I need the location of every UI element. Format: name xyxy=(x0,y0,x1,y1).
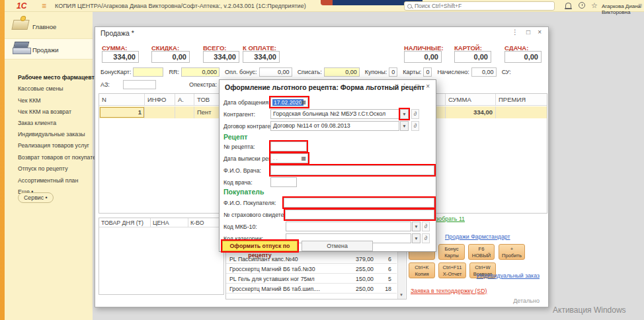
sidebar-item-glavnoe[interactable]: Главное xyxy=(5,16,93,37)
window-close-icon[interactable]: × xyxy=(538,28,542,36)
sidebar-item-prodazhi[interactable]: Продажи xyxy=(5,38,93,60)
summary-value-kartoy[interactable]: 0,00 xyxy=(454,51,491,63)
button-line: Ctrl+F11 xyxy=(439,264,465,271)
modal-more-icon[interactable]: ⋮ xyxy=(401,83,408,90)
kontragent-dropdown-icon[interactable]: ▼ xyxy=(400,109,409,119)
category-dropdown-icon[interactable]: ▼ xyxy=(412,233,421,243)
col-n[interactable]: N xyxy=(99,94,145,106)
modal-title: Оформление льготного рецепта: Форма льго… xyxy=(225,83,424,91)
col-premiya[interactable]: ПРЕМИЯ xyxy=(496,94,546,106)
field-label: Начислено: xyxy=(437,69,469,75)
summary-value-k-oplate: 334,00 xyxy=(243,51,280,63)
kupony-input[interactable]: 0 xyxy=(389,67,397,77)
mkb10-input[interactable] xyxy=(286,221,411,231)
category-open-icon[interactable]: ∂ xyxy=(422,233,430,243)
karty-input[interactable]: 0 xyxy=(423,67,432,77)
sidebar-item-label: Продажи xyxy=(32,46,59,54)
menu-item-kassovye-smeny[interactable]: Кассовые смены xyxy=(18,85,63,92)
scroll-down-icon[interactable]: ▼ xyxy=(397,291,405,299)
global-search[interactable] xyxy=(404,1,555,11)
cell-a[interactable] xyxy=(175,106,194,118)
farmstandart-link[interactable]: Продажи Фармстандарт xyxy=(445,233,510,240)
insurance-number-input[interactable] xyxy=(285,210,434,220)
window-maximize-icon[interactable]: □ xyxy=(526,28,530,36)
product-name: PL Пассиплант капс.№40 xyxy=(229,256,329,262)
menu-item-assortimentny-plan[interactable]: Ассортиментный план xyxy=(18,177,78,184)
dogovor-open-icon[interactable]: ∂ xyxy=(411,121,419,131)
buyer-name-input[interactable] xyxy=(284,198,434,208)
kopiya-button[interactable]: Ctrl+K Копия xyxy=(409,262,435,278)
product-name: Гроссхертц Магний В6 таб.№30 xyxy=(229,266,329,272)
window-more-icon[interactable]: ⋮ xyxy=(512,28,518,36)
kontragent-input[interactable]: Городская больница №2 МБУЗ г.Ст.Оскол xyxy=(270,109,399,119)
button-line: Карты xyxy=(439,253,464,259)
menu-item-vozvrat-tovarov[interactable]: Возврат товаров от покупателя xyxy=(18,154,102,161)
cell-n[interactable]: 1 xyxy=(99,106,145,118)
cell-premiya[interactable] xyxy=(496,106,546,118)
button-line: F6 xyxy=(469,246,494,253)
button-line: Копия xyxy=(409,271,434,278)
main-menu-icon[interactable]: ≡ xyxy=(42,1,46,11)
menu-item-individualnye-zakazy[interactable]: Индивидуальные заказы xyxy=(18,131,85,138)
f6-novyj-button[interactable]: F6 НОВЫЙ xyxy=(468,244,495,260)
az-input[interactable] xyxy=(123,80,156,89)
search-input[interactable] xyxy=(415,3,540,9)
menu-item-realizaciya[interactable]: Реализация товаров услуг xyxy=(18,142,89,149)
user-menu-icon[interactable]: ≡ xyxy=(638,1,642,9)
individual-order-link[interactable]: Индивидуальный заказ xyxy=(477,272,540,279)
recept-no-input[interactable] xyxy=(270,141,307,151)
doctor-code-input[interactable] xyxy=(270,177,297,187)
col-info[interactable]: ИНФО xyxy=(145,94,175,106)
col-a[interactable]: А. xyxy=(175,94,194,106)
product-price: 379,00 xyxy=(356,256,374,262)
menu-item-rabochee-mesto[interactable]: Рабочее место фармацевта xyxy=(18,74,98,81)
service-button[interactable]: Сервис • xyxy=(18,192,54,203)
favorites-icon[interactable]: ☆ xyxy=(591,1,598,9)
detail-label[interactable]: Детально xyxy=(513,298,540,304)
cancel-button[interactable]: Отмена xyxy=(302,241,373,251)
mkb10-dropdown-icon[interactable]: ▼ xyxy=(412,221,421,231)
product-qty: 5 xyxy=(388,276,391,282)
field-label: Опл. бонус: xyxy=(225,69,257,75)
recept-section-header: Рецепт xyxy=(223,133,247,141)
spisat-input[interactable]: 0,00 xyxy=(324,67,360,77)
rr-input[interactable]: 0,000 xyxy=(181,67,220,77)
list-item[interactable]: Гроссхертц Магний В6 таб.шип.... 250,00 … xyxy=(226,284,397,294)
summary-value-summa: 334,00 xyxy=(102,51,139,63)
support-link[interactable]: Заявка в техподдержку (SD) xyxy=(411,288,487,294)
x-otchet-button[interactable]: Ctrl+F11 X-Отчет xyxy=(438,262,466,278)
menu-item-chek-kkm-vozvrat[interactable]: Чек ККМ на возврат xyxy=(18,108,71,115)
list-item[interactable]: Гроссхертц Магний В6 таб.№30 255,00 6 xyxy=(226,264,397,274)
kontragent-open-icon[interactable]: ∂ xyxy=(411,109,419,119)
table-header-row: ТОВАР ДНЯ (Т) ЦЕНА К-ВО xyxy=(99,218,223,227)
bonuscard-input[interactable] xyxy=(133,67,163,77)
cell-summa[interactable]: 334,00 xyxy=(446,106,496,118)
sidebar: Главное Продажи Рабочее место фармацевта… xyxy=(5,12,93,320)
calendar-icon[interactable]: ▦ xyxy=(301,99,306,105)
doctor-name-input[interactable] xyxy=(270,165,434,175)
dogovor-input[interactable]: Договор №114 от 09.08.2013 xyxy=(270,121,399,131)
menu-item-chek-kkm[interactable]: Чек ККМ xyxy=(18,97,41,104)
modal-maximize-icon[interactable]: □ xyxy=(415,83,419,90)
history-icon[interactable] xyxy=(579,2,585,9)
submit-recipe-button[interactable]: Оформить отпуск по рецепту xyxy=(222,241,298,251)
dogovor-dropdown-icon[interactable]: ▼ xyxy=(400,121,409,131)
modal-close-icon[interactable]: × xyxy=(426,83,430,90)
list-item[interactable]: PL Гель для уставших ног 75мл 150,00 5 xyxy=(226,274,397,284)
col-tovar-dnya[interactable]: ТОВАР ДНЯ (Т) xyxy=(99,218,151,227)
date-au-input[interactable]: 17.02.2020 ▦ xyxy=(270,97,308,107)
cell-info[interactable] xyxy=(145,106,175,118)
calendar-icon[interactable]: ▦ xyxy=(301,155,306,161)
menu-item-zakaz-klienta[interactable]: Заказ клиента xyxy=(18,120,56,126)
recept-date-input[interactable]: . . ▦ xyxy=(270,153,308,163)
mkb10-open-icon[interactable]: ∂ xyxy=(422,221,430,231)
opl-bonus-input[interactable]: 0,00 xyxy=(259,67,292,77)
summary-value-nalichnye[interactable]: 0,00 xyxy=(404,51,442,63)
notifications-icon[interactable] xyxy=(565,3,571,8)
col-cena[interactable]: ЦЕНА xyxy=(151,218,188,227)
probit-button[interactable]: + Пробить xyxy=(499,244,525,260)
col-summa[interactable]: СУММА xyxy=(446,94,496,106)
nachisleno-input[interactable]: 0,00 xyxy=(471,67,497,77)
bonus-karty-button[interactable]: Бонус Карты xyxy=(438,244,465,260)
menu-item-otpusk-po-receptu[interactable]: Отпуск по рецепту xyxy=(18,165,68,172)
